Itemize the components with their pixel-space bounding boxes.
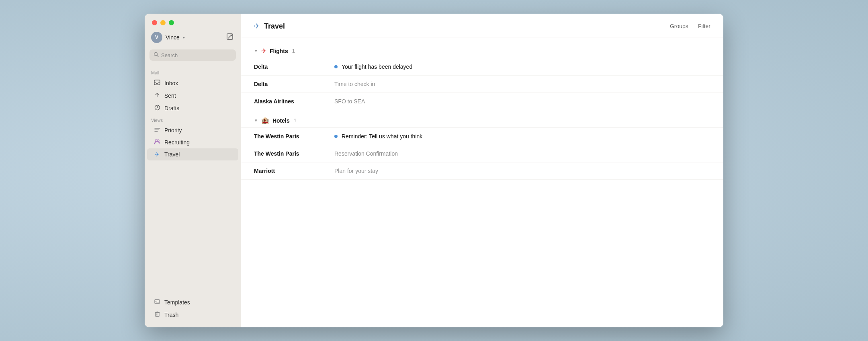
email-sender: The Westin Paris [254, 150, 334, 157]
groups-button[interactable]: Groups [670, 23, 688, 29]
svg-point-16 [157, 140, 159, 142]
email-sender: The Westin Paris [254, 133, 334, 140]
email-subject-wrap: Plan for your stay [334, 168, 710, 174]
email-sender: Delta [254, 64, 334, 70]
main-title: Travel [264, 22, 285, 31]
sidebar-item-priority[interactable]: Priority [147, 124, 238, 136]
email-subject: Time to check in [334, 81, 375, 87]
compose-button[interactable] [225, 32, 234, 43]
recruiting-icon [154, 139, 161, 146]
priority-label: Priority [164, 127, 182, 134]
inbox-label: Inbox [164, 80, 178, 86]
maximize-button[interactable] [169, 20, 174, 25]
traffic-lights [145, 20, 241, 32]
priority-icon [154, 127, 161, 134]
sidebar-item-travel[interactable]: ✈ Travel [147, 148, 238, 160]
unread-dot [334, 65, 338, 68]
table-row[interactable]: The Westin Paris Reminder: Tell us what … [241, 128, 723, 145]
header-actions: Groups Filter [670, 23, 710, 29]
email-subject-wrap: Time to check in [334, 81, 710, 87]
svg-point-15 [155, 140, 157, 142]
flights-group: ▼ ✈ Flights 1 Delta Your flight has been… [241, 44, 723, 110]
email-sender: Marriott [254, 168, 334, 174]
main-header: ✈ Travel Groups Filter [241, 14, 723, 37]
flights-collapse-arrow: ▼ [254, 49, 258, 53]
app-window: V Vince ▾ [145, 14, 723, 327]
user-info[interactable]: V Vince ▾ [151, 32, 185, 43]
email-subject: Your flight has been delayed [342, 64, 412, 70]
hotels-group-count: 1 [294, 117, 297, 123]
drafts-icon [154, 105, 161, 112]
main-title-wrap: ✈ Travel [254, 22, 285, 31]
svg-point-18 [156, 301, 157, 302]
email-subject-wrap: Reservation Confirmation [334, 150, 710, 157]
email-subject-wrap: SFO to SEA [334, 98, 710, 105]
avatar: V [151, 32, 162, 43]
templates-label: Templates [164, 299, 190, 306]
main-content: ▼ ✈ Flights 1 Delta Your flight has been… [241, 37, 723, 327]
filter-button[interactable]: Filter [698, 23, 710, 29]
close-button[interactable] [152, 20, 157, 25]
search-input-wrap[interactable]: Search [149, 49, 236, 61]
hotels-group-header[interactable]: ▼ 🏨 Hotels 1 [241, 113, 723, 127]
sidebar-item-inbox[interactable]: Inbox [147, 77, 238, 89]
hotels-group: ▼ 🏨 Hotels 1 The Westin Paris Reminder: … [241, 113, 723, 180]
sent-icon [154, 92, 161, 99]
mail-section-label: Mail [145, 67, 241, 77]
email-subject-wrap: Reminder: Tell us what you think [334, 133, 710, 140]
flights-group-count: 1 [292, 48, 295, 54]
flights-group-name: Flights [270, 48, 288, 54]
svg-rect-21 [156, 312, 159, 316]
recruiting-label: Recruiting [164, 139, 190, 146]
table-row[interactable]: Delta Your flight has been delayed [241, 58, 723, 76]
travel-label: Travel [164, 151, 180, 158]
trash-icon [154, 311, 161, 318]
search-row[interactable]: Search [145, 49, 241, 67]
email-sender: Alaska Airlines [254, 98, 334, 105]
email-subject: Reservation Confirmation [334, 150, 398, 157]
email-subject-wrap: Your flight has been delayed [334, 64, 710, 70]
svg-line-1 [228, 37, 230, 38]
email-subject: Plan for your stay [334, 168, 378, 174]
table-row[interactable]: Delta Time to check in [241, 76, 723, 93]
table-row[interactable]: Marriott Plan for your stay [241, 162, 723, 180]
templates-icon [154, 299, 161, 306]
sidebar-item-sent[interactable]: Sent [147, 89, 238, 102]
main-travel-icon: ✈ [254, 22, 260, 31]
minimize-button[interactable] [160, 20, 166, 25]
sidebar: V Vince ▾ [145, 14, 241, 327]
chevron-down-icon: ▾ [183, 35, 185, 40]
sidebar-item-trash[interactable]: Trash [147, 308, 238, 321]
table-row[interactable]: The Westin Paris Reservation Confirmatio… [241, 145, 723, 162]
drafts-label: Drafts [164, 105, 179, 111]
email-subject: Reminder: Tell us what you think [342, 133, 422, 140]
search-icon [154, 52, 159, 58]
sidebar-item-recruiting[interactable]: Recruiting [147, 136, 238, 148]
user-row: V Vince ▾ [145, 32, 241, 49]
flights-icon: ✈ [261, 47, 266, 55]
hotels-collapse-arrow: ▼ [254, 118, 258, 123]
sent-label: Sent [164, 92, 176, 99]
views-section-label: Views [145, 115, 241, 124]
sidebar-item-templates[interactable]: Templates [147, 296, 238, 308]
hotels-icon: 🏨 [261, 117, 269, 124]
table-row[interactable]: Alaska Airlines SFO to SEA [241, 93, 723, 110]
trash-label: Trash [164, 312, 178, 318]
email-sender: Delta [254, 81, 334, 87]
search-label: Search [161, 52, 178, 58]
unread-dot [334, 135, 338, 138]
user-name: Vince [166, 34, 180, 41]
hotels-group-name: Hotels [272, 117, 290, 124]
svg-line-6 [157, 55, 159, 57]
svg-line-11 [156, 108, 157, 109]
main-panel: ✈ Travel Groups Filter ▼ ✈ Flights 1 Del… [241, 14, 723, 327]
svg-rect-7 [154, 80, 160, 85]
inbox-icon [154, 80, 161, 86]
flights-group-header[interactable]: ▼ ✈ Flights 1 [241, 44, 723, 58]
travel-icon: ✈ [154, 151, 161, 158]
sidebar-item-drafts[interactable]: Drafts [147, 102, 238, 115]
email-subject: SFO to SEA [334, 98, 365, 105]
